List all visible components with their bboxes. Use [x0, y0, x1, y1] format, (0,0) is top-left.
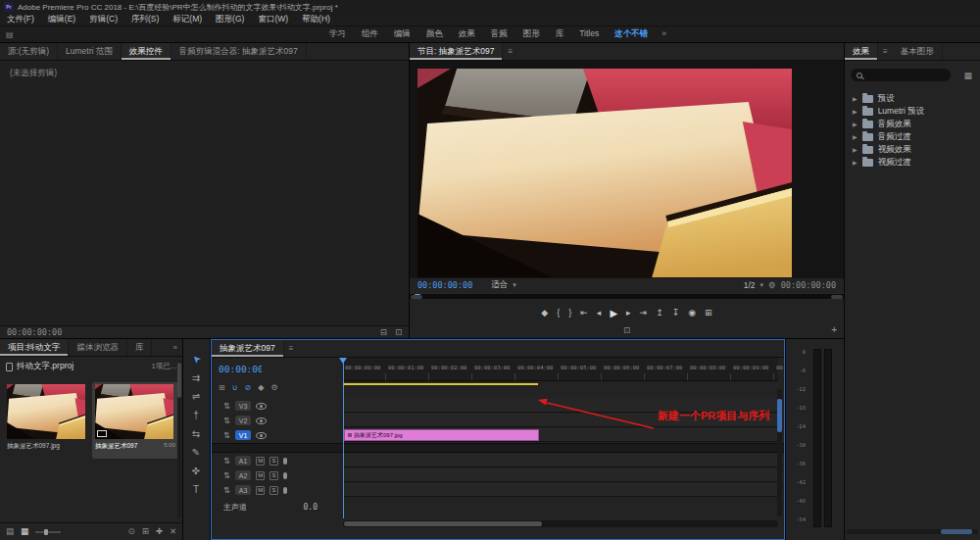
comparison-view-button[interactable]: ⊞ [705, 308, 712, 318]
hand-tool[interactable]: ✜ [183, 463, 209, 478]
sync-lock-icon[interactable]: ⇅ [223, 486, 230, 495]
list-view-button[interactable]: ▤ [6, 527, 14, 536]
track-output-toggle[interactable] [256, 403, 267, 410]
export-frame-button[interactable]: ◉ [688, 308, 696, 318]
menu-help[interactable]: 帮助(H) [295, 14, 337, 25]
expand-chevron-icon[interactable]: ▶ [853, 159, 858, 166]
program-current-timecode[interactable]: 00:00:00:00 [417, 280, 472, 290]
razor-tool[interactable]: † [183, 407, 209, 422]
timeline-vertical-scrollbar[interactable] [777, 389, 782, 516]
toggle-effects-icon[interactable]: ⊟ [380, 328, 387, 337]
voiceover-mic-icon[interactable] [283, 487, 287, 494]
expand-chevron-icon[interactable]: ▶ [853, 95, 858, 102]
project-item-sequence[interactable]: 抽象派艺术097 5:00 [92, 382, 178, 459]
mute-button[interactable]: M [256, 457, 265, 466]
tree-item-lumetri-presets[interactable]: ▶ Lumetri 预设 [845, 105, 980, 118]
scrollbar-thumb[interactable] [344, 521, 542, 526]
playhead-line[interactable] [343, 358, 344, 518]
step-back-button[interactable]: ◂ [597, 308, 602, 318]
sync-lock-icon[interactable]: ⇅ [223, 402, 230, 411]
tab-libraries[interactable]: 库 [127, 339, 153, 356]
solo-button[interactable]: S [270, 471, 278, 480]
tab-media-browser[interactable]: 媒体浏览器 [69, 339, 127, 356]
zoom-level-dropdown[interactable]: 适合 [491, 279, 508, 291]
workspace-tab-graphics[interactable]: 图形 [515, 28, 548, 40]
linked-selection-icon[interactable]: ⊘ [245, 384, 252, 392]
track-lane-a3[interactable] [343, 483, 778, 497]
track-lane-a1[interactable] [343, 454, 778, 467]
menu-edit[interactable]: 编辑(E) [41, 14, 82, 25]
menu-file[interactable]: 文件(F) [0, 14, 41, 25]
new-custom-bin-icon[interactable]: ▦ [963, 71, 972, 80]
timeline-playhead-timecode[interactable]: 00:00:00:00 [219, 364, 262, 374]
add-marker-icon[interactable]: ◆ [258, 384, 264, 392]
play-button[interactable]: ▶ [610, 308, 617, 319]
menu-graphics[interactable]: 图形(G) [209, 14, 251, 25]
menu-window[interactable]: 窗口(W) [251, 14, 295, 25]
button-editor-plus[interactable]: + [831, 324, 837, 335]
playback-resolution-dropdown[interactable]: 1/2 [744, 280, 756, 290]
timeline-settings-wrench-icon[interactable]: ⚙ [270, 384, 277, 392]
expand-chevron-icon[interactable]: ▶ [853, 146, 858, 153]
tab-effects[interactable]: 效果 [845, 43, 878, 60]
workspace-tab-audio[interactable]: 音频 [483, 28, 515, 40]
zoom-handle-left[interactable] [411, 295, 422, 299]
tree-item-presets[interactable]: ▶ 预设 [845, 92, 980, 105]
clear-button[interactable]: ✕ [170, 527, 176, 536]
go-to-in-button[interactable]: ⇤ [580, 308, 588, 318]
timeline-horizontal-scrollbar[interactable] [343, 520, 778, 527]
pin-to-clip-icon[interactable]: ⊡ [395, 328, 402, 337]
workspace-tab-assembly[interactable]: 组件 [354, 28, 386, 40]
effects-search-input[interactable] [866, 71, 943, 79]
panel-menu-icon[interactable]: ≡ [284, 340, 299, 357]
expand-chevron-icon[interactable]: ▶ [853, 108, 858, 115]
project-file-name[interactable]: 抖动文字.prproj [17, 361, 74, 372]
track-badge-a1[interactable]: A1 [235, 456, 251, 466]
thumbnail-zoom-slider[interactable] [35, 531, 61, 533]
snap-magnet-icon[interactable]: ∪ [232, 384, 238, 392]
tab-audio-clip-mixer[interactable]: 音频剪辑混合器: 抽象派艺术097 [172, 43, 307, 60]
zoom-handle-right[interactable] [831, 295, 843, 299]
media-thumbnail[interactable] [95, 384, 173, 439]
ripple-edit-tool[interactable]: ⇌ [183, 388, 209, 404]
workspace-overflow-icon[interactable]: » [656, 28, 672, 40]
automate-to-sequence-button[interactable]: ⊙ [128, 527, 135, 536]
tab-project[interactable]: 项目:抖动文字 [0, 339, 69, 356]
workspace-tab-learning[interactable]: 学习 [321, 28, 354, 40]
drag-video-icon[interactable]: ⊡ [623, 326, 630, 335]
timeline-clip[interactable]: 抽象派艺术097.jpg [344, 429, 539, 441]
home-icon[interactable]: ▤ [6, 30, 14, 39]
timeline-ruler[interactable]: 00:00:00:00 00:00:01:00 00:00:02:00 00:0… [343, 358, 778, 381]
track-lane-a2[interactable] [343, 468, 778, 482]
track-output-toggle[interactable] [256, 432, 267, 439]
expand-chevron-icon[interactable]: ▶ [853, 133, 858, 140]
sync-lock-icon[interactable]: ⇅ [223, 457, 230, 466]
tab-effect-controls[interactable]: 效果控件 [122, 43, 172, 60]
mark-in-button[interactable]: { [557, 308, 560, 318]
mute-button[interactable]: M [256, 486, 265, 495]
mute-button[interactable]: M [256, 471, 265, 480]
workspace-tab-editing[interactable]: 编辑 [386, 28, 418, 40]
settings-wrench-icon[interactable]: ⚙ [768, 281, 776, 290]
sync-lock-icon[interactable]: ⇅ [223, 431, 230, 440]
sync-lock-icon[interactable]: ⇅ [223, 471, 230, 480]
menu-sequence[interactable]: 序列(S) [124, 14, 166, 25]
tree-item-video-effects[interactable]: ▶ 视频效果 [845, 143, 980, 156]
pen-tool[interactable]: ✎ [183, 444, 209, 460]
master-volume-value[interactable]: 0.0 [304, 503, 318, 512]
step-forward-button[interactable]: ▸ [626, 308, 631, 318]
add-marker-button[interactable]: ◆ [541, 308, 548, 318]
track-badge-v3[interactable]: V3 [235, 401, 251, 411]
sync-lock-icon[interactable]: ⇅ [223, 417, 230, 425]
lift-button[interactable]: ↥ [656, 308, 663, 318]
panel-menu-icon[interactable]: ≡ [878, 43, 893, 60]
voiceover-mic-icon[interactable] [283, 458, 287, 465]
solo-button[interactable]: S [270, 486, 278, 495]
scrollbar-thumb[interactable] [777, 399, 782, 432]
menu-clip[interactable]: 剪辑(C) [82, 14, 124, 25]
project-item-jpg[interactable]: 抽象派艺术097.jpg [4, 382, 90, 459]
tab-sequence[interactable]: 抽象派艺术097 [212, 340, 284, 357]
type-tool[interactable]: T [183, 481, 209, 497]
go-to-out-button[interactable]: ⇥ [640, 308, 648, 318]
panel-menu-icon[interactable]: ≡ [503, 43, 517, 60]
